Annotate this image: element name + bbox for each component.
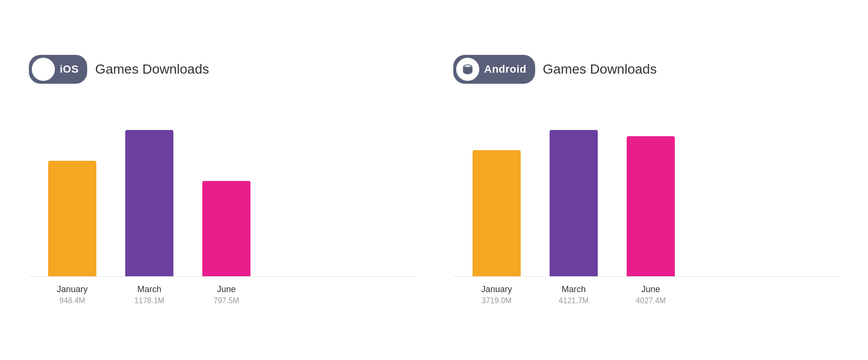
bar-march	[550, 130, 598, 276]
android-chart-panel: Android Games Downloads January3719.0MMa…	[453, 55, 839, 306]
charts-container: iOS Games Downloads January948.4MMarch11…	[0, 36, 868, 325]
bar-month-label: January	[481, 284, 512, 295]
bar-group-january	[473, 150, 521, 276]
bar-value-label: 4027.4M	[636, 296, 666, 305]
bar-group-march	[550, 130, 598, 276]
bar-group-march	[125, 130, 173, 276]
android-icon-circle	[456, 58, 479, 81]
bar-month-label: June	[641, 284, 660, 295]
bar-group-june	[627, 136, 675, 276]
ios-chart-header: iOS Games Downloads	[29, 55, 209, 84]
android-platform-label: Android	[484, 63, 526, 76]
android-bar-chart-area: January3719.0MMarch4121.7MJune4027.4M	[453, 103, 839, 306]
android-chart-header: Android Games Downloads	[453, 55, 657, 84]
android-platform-badge: Android	[453, 55, 535, 84]
bar-label-group-january: January948.4M	[48, 284, 96, 305]
bar-value-label: 797.5M	[213, 296, 239, 305]
bar-label-group-june: June797.5M	[202, 284, 250, 305]
ios-bar-divider	[29, 276, 415, 277]
bar-value-label: 1178.1M	[134, 296, 164, 305]
bar-label-group-march: March4121.7M	[550, 284, 598, 305]
bar-label-group-june: June4027.4M	[627, 284, 675, 305]
android-bar-divider	[453, 276, 839, 277]
bar-january	[473, 150, 521, 276]
bar-june	[202, 181, 250, 276]
ios-labels-row: January948.4MMarch1178.1MJune797.5M	[29, 284, 415, 305]
bar-value-label: 4121.7M	[559, 296, 589, 305]
bar-month-label: January	[57, 284, 88, 295]
bar-value-label: 948.4M	[59, 296, 85, 305]
ios-chart-panel: iOS Games Downloads January948.4MMarch11…	[29, 55, 415, 306]
bar-march	[125, 130, 173, 276]
bar-value-label: 3719.0M	[482, 296, 512, 305]
bar-label-group-january: January3719.0M	[473, 284, 521, 305]
bar-group-january	[48, 161, 96, 276]
ios-chart-title: Games Downloads	[95, 62, 209, 77]
bar-month-label: March	[137, 284, 161, 295]
ios-platform-label: iOS	[60, 63, 79, 76]
bar-group-june	[202, 181, 250, 276]
svg-point-0	[466, 66, 467, 67]
bar-month-label: March	[562, 284, 586, 295]
svg-point-1	[469, 66, 470, 67]
bar-june	[627, 136, 675, 276]
ios-platform-badge: iOS	[29, 55, 87, 84]
android-chart-title: Games Downloads	[543, 62, 657, 77]
ios-icon-circle	[32, 58, 55, 81]
ios-bars-row	[29, 103, 415, 276]
android-bars-row	[453, 103, 839, 276]
android-labels-row: January3719.0MMarch4121.7MJune4027.4M	[453, 284, 839, 305]
bar-month-label: June	[217, 284, 236, 295]
ios-bar-chart-area: January948.4MMarch1178.1MJune797.5M	[29, 103, 415, 306]
bar-label-group-march: March1178.1M	[125, 284, 173, 305]
android-svg-icon	[461, 63, 474, 76]
bar-january	[48, 161, 96, 276]
